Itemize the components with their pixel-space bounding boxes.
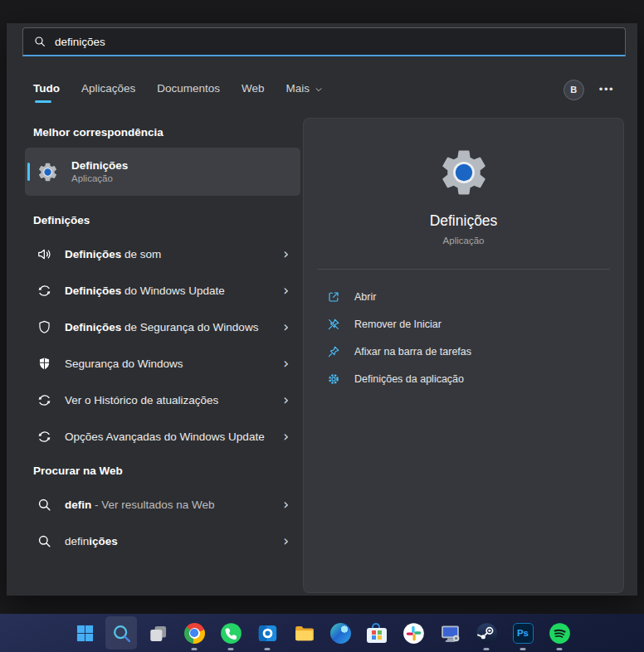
open-icon	[327, 290, 340, 304]
taskbar-task-view[interactable]	[139, 614, 176, 652]
chevron-right-icon[interactable]: ›	[278, 498, 294, 512]
taskbar-photoshop[interactable]: Ps	[505, 614, 541, 652]
tab-label: Documentos	[157, 82, 220, 95]
result-text: Definições do Windows Update	[65, 283, 266, 299]
search-result-item[interactable]: Definições do Windows Update›	[25, 272, 300, 309]
start-icon	[74, 622, 96, 645]
steam-icon	[476, 622, 498, 645]
result-text: definições	[65, 533, 266, 549]
taskbar-steam[interactable]	[468, 614, 505, 652]
section-header: Melhor correspondência	[25, 116, 300, 148]
account-avatar[interactable]: B	[564, 80, 584, 100]
sync-icon	[37, 283, 52, 299]
search-result-item[interactable]: defin - Ver resultados na Web›	[25, 486, 300, 523]
result-subtitle: Aplicação	[71, 173, 128, 185]
action-label: Remover de Iniciar	[354, 319, 442, 330]
preview-subtitle: Aplicação	[304, 236, 623, 246]
result-text: Segurança do Windows	[65, 356, 266, 372]
preview-panel: Definições Aplicação AbrirRemover de Ini…	[303, 118, 624, 593]
search-icon	[37, 533, 52, 549]
results-list: Melhor correspondênciaDefiniçõesAplicaçã…	[25, 116, 300, 559]
tab-web[interactable]: Web	[242, 77, 265, 103]
chevron-right-icon[interactable]: ›	[278, 320, 294, 334]
search-icon	[37, 497, 52, 513]
taskbar-file-explorer[interactable]	[285, 614, 322, 652]
shield-outline-icon	[37, 319, 52, 335]
chevron-right-icon[interactable]: ›	[278, 534, 294, 548]
action-defini-es-da-aplica-o[interactable]: Definições da aplicação	[304, 365, 623, 392]
taskbar-search[interactable]	[103, 614, 139, 652]
tab-label: Aplicações	[81, 82, 135, 95]
result-text: Definições de som	[65, 246, 266, 262]
result-text: defin - Ver resultados na Web	[65, 497, 266, 513]
chevron-right-icon[interactable]: ›	[278, 393, 294, 407]
spotify-icon	[549, 622, 571, 645]
task-view-icon	[147, 622, 169, 645]
microsoft-store-icon	[366, 622, 388, 645]
action-label: Definições da aplicação	[354, 373, 464, 385]
preview-actions: AbrirRemover de IniciarAfixar na barra d…	[304, 283, 623, 392]
search-result-item[interactable]: Ver o Histórico de atualizações›	[25, 382, 300, 418]
preview-title: Definições	[304, 212, 623, 230]
search-input[interactable]	[55, 36, 615, 48]
chevron-right-icon[interactable]: ›	[278, 284, 294, 298]
tab-tudo[interactable]: Tudo	[33, 77, 60, 103]
photoshop-icon: Ps	[512, 622, 534, 645]
taskbar: Ps	[0, 614, 644, 652]
search-result-item[interactable]: Definições de Segurança do Windows›	[25, 309, 300, 345]
taskbar-start[interactable]	[66, 614, 103, 652]
taskbar-microsoft-store[interactable]	[359, 614, 395, 652]
action-remover-de-iniciar[interactable]: Remover de Iniciar	[304, 310, 623, 338]
gear-icon	[327, 372, 340, 386]
chevron-right-icon[interactable]: ›	[278, 357, 294, 371]
taskbar-edge[interactable]	[322, 614, 359, 652]
chevron-right-icon[interactable]: ›	[278, 430, 294, 444]
file-explorer-icon	[293, 622, 315, 645]
taskbar-chrome[interactable]	[176, 614, 212, 652]
tab-aplicações[interactable]: Aplicações	[81, 77, 135, 103]
search-result-item[interactable]: Opções Avançadas do Windows Update›	[25, 418, 300, 455]
this-pc-icon	[439, 622, 461, 645]
search-box[interactable]	[22, 27, 626, 56]
search-flyout: TudoAplicaçõesDocumentosWebMais B ••• Me…	[7, 23, 637, 596]
settings-icon	[37, 161, 59, 183]
chevron-down-icon	[315, 84, 323, 92]
taskbar-whatsapp[interactable]	[212, 614, 249, 652]
action-afixar-na-barra-de-tarefas[interactable]: Afixar na barra de tarefas	[304, 338, 623, 365]
running-indicator	[520, 648, 526, 650]
tab-label: Web	[242, 82, 265, 95]
divider	[317, 269, 610, 270]
sync-icon	[37, 429, 52, 445]
running-indicator	[192, 648, 198, 650]
action-label: Abrir	[354, 291, 376, 303]
defender-icon	[37, 356, 52, 372]
outlook-icon	[256, 622, 279, 645]
tab-label: Tudo	[33, 82, 60, 95]
result-title: Definições	[71, 158, 128, 173]
running-indicator	[484, 648, 490, 650]
filter-tabs-row: TudoAplicaçõesDocumentosWebMais B •••	[22, 73, 626, 106]
action-abrir[interactable]: Abrir	[304, 283, 623, 310]
taskbar-spotify[interactable]	[541, 614, 578, 652]
search-icon	[110, 622, 133, 645]
chevron-right-icon[interactable]: ›	[278, 247, 294, 261]
running-indicator	[265, 648, 271, 650]
result-text: Definições de Segurança do Windows	[65, 319, 266, 335]
search-icon	[33, 35, 46, 48]
tab-documentos[interactable]: Documentos	[157, 77, 220, 103]
selection-accent-bar	[27, 163, 30, 181]
settings-app-icon	[437, 145, 491, 200]
best-match-result[interactable]: DefiniçõesAplicação	[25, 148, 300, 196]
result-text: Ver o Histórico de atualizações	[65, 392, 266, 408]
more-options-button[interactable]: •••	[599, 85, 614, 94]
search-result-item[interactable]: Definições de som›	[25, 236, 300, 272]
taskbar-slack[interactable]	[395, 614, 432, 652]
chrome-icon	[183, 622, 206, 645]
tab-mais[interactable]: Mais	[286, 77, 324, 103]
search-result-item[interactable]: Segurança do Windows›	[25, 345, 300, 382]
slack-icon	[402, 622, 425, 645]
section-header: Definições	[25, 204, 300, 236]
taskbar-this-pc[interactable]	[432, 614, 468, 652]
search-result-item[interactable]: definições›	[25, 523, 300, 559]
taskbar-outlook[interactable]	[249, 614, 285, 652]
